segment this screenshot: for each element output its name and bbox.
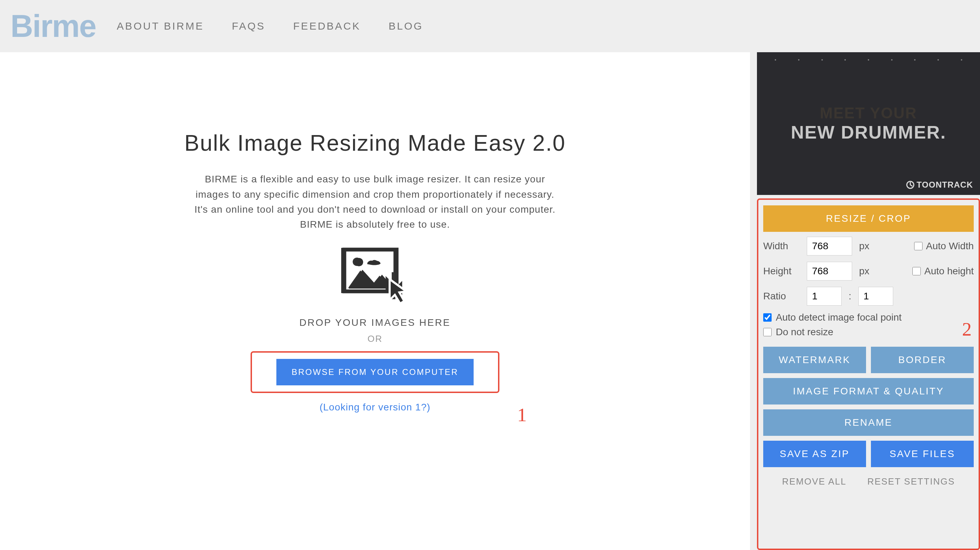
browse-highlight-box: BROWSE FROM YOUR COMPUTER bbox=[251, 351, 500, 393]
width-input[interactable] bbox=[807, 237, 852, 255]
image-drop-icon bbox=[339, 246, 410, 307]
ad-brand: TOONTRACK bbox=[906, 180, 973, 190]
header: Birme ABOUT BIRME FAQS FEEDBACK BLOG bbox=[0, 0, 980, 52]
svg-point-4 bbox=[355, 258, 363, 266]
ratio-b-input[interactable] bbox=[858, 287, 893, 306]
auto-focal-label: Auto detect image focal point bbox=[776, 312, 902, 323]
version-1-link[interactable]: (Looking for version 1?) bbox=[320, 402, 430, 413]
settings-panel: 2 RESIZE / CROP Width px Auto Width Heig… bbox=[757, 198, 980, 550]
nav-faqs[interactable]: FAQS bbox=[232, 20, 265, 32]
width-unit: px bbox=[859, 241, 874, 252]
ad-line2: NEW DRUMMER. bbox=[791, 122, 946, 143]
ratio-colon: : bbox=[849, 291, 851, 302]
save-files-button[interactable]: SAVE FILES bbox=[871, 441, 974, 467]
ratio-row: Ratio : bbox=[763, 287, 974, 306]
border-section-button[interactable]: BORDER bbox=[871, 347, 974, 373]
main-area[interactable]: Bulk Image Resizing Made Easy 2.0 BIRME … bbox=[0, 52, 750, 550]
right-column: MEET YOUR NEW DRUMMER. TOONTRACK 2 RESIZ… bbox=[757, 52, 980, 550]
auto-focal-row: Auto detect image focal point bbox=[763, 312, 974, 323]
ad-dots bbox=[757, 59, 980, 70]
toontrack-icon bbox=[906, 181, 915, 189]
ad-line1: MEET YOUR bbox=[820, 105, 917, 122]
do-not-resize-checkbox[interactable] bbox=[763, 328, 772, 336]
nav-about[interactable]: ABOUT BIRME bbox=[117, 20, 204, 32]
page-description: BIRME is a flexible and easy to use bulk… bbox=[190, 172, 560, 232]
advertisement[interactable]: MEET YOUR NEW DRUMMER. TOONTRACK bbox=[757, 52, 980, 195]
resize-crop-section-button[interactable]: RESIZE / CROP bbox=[763, 205, 974, 232]
page-title: Bulk Image Resizing Made Easy 2.0 bbox=[185, 129, 566, 158]
image-format-section-button[interactable]: IMAGE FORMAT & QUALITY bbox=[763, 378, 974, 404]
annotation-1: 1 bbox=[517, 404, 527, 426]
or-text: OR bbox=[368, 333, 383, 344]
height-label: Height bbox=[763, 266, 800, 277]
ratio-a-input[interactable] bbox=[807, 287, 842, 306]
annotation-2: 2 bbox=[962, 318, 972, 340]
ratio-label: Ratio bbox=[763, 291, 800, 302]
height-unit: px bbox=[859, 266, 874, 277]
auto-height-label: Auto height bbox=[924, 266, 974, 277]
width-row: Width px Auto Width bbox=[763, 237, 974, 255]
remove-all-button[interactable]: REMOVE ALL bbox=[782, 476, 846, 487]
drop-text: DROP YOUR IMAGES HERE bbox=[299, 317, 450, 328]
browse-button[interactable]: BROWSE FROM YOUR COMPUTER bbox=[276, 359, 474, 385]
auto-width-checkbox[interactable] bbox=[914, 242, 923, 250]
watermark-section-button[interactable]: WATERMARK bbox=[763, 347, 866, 373]
height-row: Height px Auto height bbox=[763, 262, 974, 281]
save-as-zip-button[interactable]: SAVE AS ZIP bbox=[763, 441, 866, 467]
width-label: Width bbox=[763, 241, 800, 252]
rename-section-button[interactable]: RENAME bbox=[763, 409, 974, 436]
nav: ABOUT BIRME FAQS FEEDBACK BLOG bbox=[117, 20, 423, 32]
height-input[interactable] bbox=[807, 262, 852, 281]
auto-width-label: Auto Width bbox=[926, 241, 974, 252]
content: Bulk Image Resizing Made Easy 2.0 BIRME … bbox=[0, 52, 980, 550]
do-not-resize-label: Do not resize bbox=[776, 327, 833, 338]
nav-blog[interactable]: BLOG bbox=[388, 20, 423, 32]
auto-height-checkbox[interactable] bbox=[912, 267, 921, 275]
logo[interactable]: Birme bbox=[10, 8, 96, 44]
reset-settings-button[interactable]: RESET SETTINGS bbox=[867, 476, 955, 487]
do-not-resize-row: Do not resize bbox=[763, 327, 974, 338]
nav-feedback[interactable]: FEEDBACK bbox=[293, 20, 361, 32]
auto-focal-checkbox[interactable] bbox=[763, 313, 772, 322]
